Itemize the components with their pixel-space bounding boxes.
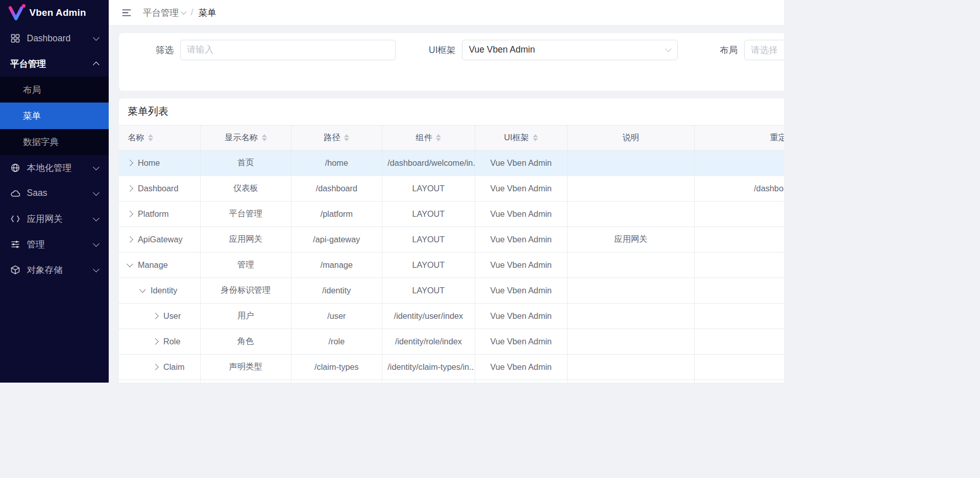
sidebar-item-object-storage[interactable]: 对象存储	[0, 257, 109, 283]
sidebar-item-label: Saas	[27, 188, 94, 198]
row-name: Identity	[151, 286, 177, 295]
cell-name: Organiz...	[119, 380, 201, 383]
cell-ui-framework: Vue Vben Admin	[475, 227, 567, 252]
cell-name: Identity	[119, 278, 201, 303]
filter-label: 筛选	[129, 44, 174, 56]
sidebar: Vben Admin Dashboard 平台管理 布局 菜单	[0, 0, 109, 383]
cell-component: /identity/user/index	[382, 303, 475, 329]
cell-path: /organization-units	[291, 380, 382, 383]
cell-ui-framework: Vue Vben Admin	[475, 380, 567, 383]
column-header-description: 说明	[567, 125, 694, 150]
cell-ui-framework: Vue Vben Admin	[475, 329, 567, 354]
sidebar-item-api-gateway[interactable]: 应用网关	[0, 206, 109, 232]
expand-icon[interactable]	[127, 160, 133, 166]
sort-icon[interactable]	[344, 134, 349, 142]
chevron-down-icon	[93, 266, 99, 272]
cell-description: 应用网关	[567, 227, 694, 252]
localization-icon	[10, 163, 20, 173]
column-header-path[interactable]: 路径	[291, 125, 382, 150]
sidebar-item-platform-management[interactable]: 平台管理	[0, 51, 109, 77]
filter-field: UI框架 Vue Vben Admin	[411, 40, 678, 60]
header: 平台管理 / 菜单	[109, 0, 785, 26]
logo[interactable]: Vben Admin	[0, 0, 109, 26]
cell-description	[567, 201, 694, 227]
logo-dot	[22, 4, 26, 8]
column-header-ui-framework[interactable]: UI框架	[475, 125, 567, 150]
chevron-down-icon	[93, 240, 99, 246]
sidebar-toggle-icon[interactable]	[119, 5, 134, 20]
cell-name: Dashboard	[119, 175, 201, 201]
cell-redirect	[694, 380, 784, 383]
sidebar-item-label: 本地化管理	[27, 162, 94, 174]
page-content: 筛选 UI框架 Vue Vben Admin 布局 请选择	[109, 26, 785, 383]
cell-redirect	[694, 329, 784, 354]
cell-path: /home	[291, 150, 382, 175]
sidebar-item-data-dictionary[interactable]: 数据字典	[0, 129, 109, 155]
expand-icon[interactable]	[152, 313, 158, 319]
column-header-name[interactable]: 名称	[119, 125, 201, 150]
cell-path: /user	[291, 303, 382, 329]
cell-redirect	[694, 278, 784, 303]
column-header-display-name[interactable]: 显示名称	[201, 125, 291, 150]
row-name: Dashboard	[138, 184, 179, 193]
app-title: Vben Admin	[30, 7, 86, 18]
sidebar-item-manage[interactable]: 管理	[0, 232, 109, 257]
cell-component: /identity/role/index	[382, 329, 475, 354]
sidebar-item-menu[interactable]: 菜单	[0, 103, 109, 129]
cell-description	[567, 175, 694, 201]
cell-ui-framework: Vue Vben Admin	[475, 303, 567, 329]
table-header-row: 名称 显示名称 路径	[119, 125, 785, 150]
sort-icon[interactable]	[148, 134, 153, 142]
cell-name: Platform	[119, 201, 201, 227]
column-header-component[interactable]: 组件	[382, 125, 475, 150]
sidebar-item-label: 应用网关	[27, 213, 94, 225]
sidebar-item-label: Dashboard	[27, 33, 94, 44]
table-row: Role 角色 /role /identity/role/index Vue V…	[119, 329, 785, 354]
breadcrumb-separator: /	[191, 7, 193, 18]
cell-redirect	[694, 227, 784, 252]
sidebar-item-localization[interactable]: 本地化管理	[0, 155, 109, 181]
expand-icon[interactable]	[127, 236, 133, 242]
app-root: Vben Admin Dashboard 平台管理 布局 菜单	[0, 0, 784, 383]
cell-component: /dashboard/welcome/in...	[382, 150, 475, 175]
sidebar-item-layout[interactable]: 布局	[0, 77, 109, 103]
expand-icon[interactable]	[139, 286, 145, 292]
cell-component: LAYOUT	[382, 201, 475, 227]
cell-description	[567, 329, 694, 354]
table-row: Identity 身份标识管理 /identity LAYOUT Vue Vbe…	[119, 278, 785, 303]
cell-component: LAYOUT	[382, 227, 475, 252]
expand-icon[interactable]	[152, 338, 158, 344]
cell-ui-framework: Vue Vben Admin	[475, 175, 567, 201]
menu-table: 名称 显示名称 路径	[119, 125, 785, 383]
sort-icon[interactable]	[533, 134, 538, 142]
cell-path: /dashboard	[291, 175, 382, 201]
sort-icon[interactable]	[262, 134, 267, 142]
cell-redirect	[694, 252, 784, 278]
ui-framework-select[interactable]: Vue Vben Admin	[462, 40, 678, 60]
sort-icon[interactable]	[436, 134, 441, 142]
row-name: Claim	[163, 362, 185, 372]
filter-input[interactable]	[180, 40, 396, 60]
sidebar-item-dashboard[interactable]: Dashboard	[0, 26, 109, 51]
table-row: Home 首页 /home /dashboard/welcome/in... V…	[119, 150, 785, 175]
layout-select[interactable]: 请选择	[744, 40, 785, 60]
row-name: ApiGateway	[138, 235, 183, 244]
expand-icon[interactable]	[127, 211, 133, 217]
cell-display-name: 角色	[201, 329, 291, 354]
cell-display-name: 管理	[201, 252, 291, 278]
cell-redirect	[694, 354, 784, 380]
cell-redirect	[694, 303, 784, 329]
cell-component: LAYOUT	[382, 175, 475, 201]
cell-redirect: /dashboard/analysis	[694, 175, 784, 201]
sidebar-item-saas[interactable]: Saas	[0, 181, 109, 206]
chevron-up-icon	[93, 62, 99, 68]
expand-icon[interactable]	[127, 185, 133, 191]
expand-icon[interactable]	[127, 261, 133, 267]
table-row: Platform 平台管理 /platform LAYOUT Vue Vben …	[119, 201, 785, 227]
main-area: 平台管理 / 菜单	[109, 0, 785, 383]
select-placeholder: 请选择	[751, 44, 784, 56]
expand-icon[interactable]	[152, 364, 158, 370]
cell-ui-framework: Vue Vben Admin	[475, 278, 567, 303]
breadcrumb-item-platform[interactable]: 平台管理	[143, 7, 186, 19]
cell-name: User	[119, 303, 201, 329]
